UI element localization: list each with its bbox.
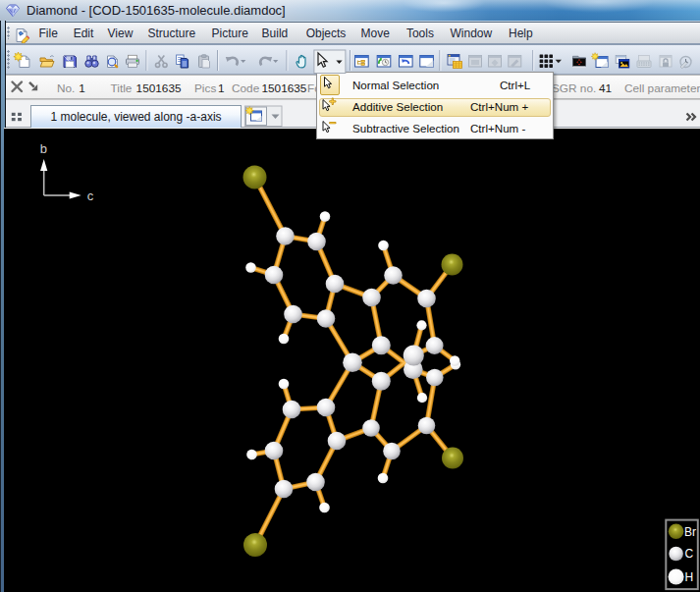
svg-text:b: b: [40, 141, 47, 156]
svg-text:c: c: [87, 188, 94, 203]
svg-text:Br: Br: [684, 525, 696, 539]
svg-text:H: H: [685, 570, 694, 584]
svg-text:C: C: [685, 547, 694, 561]
